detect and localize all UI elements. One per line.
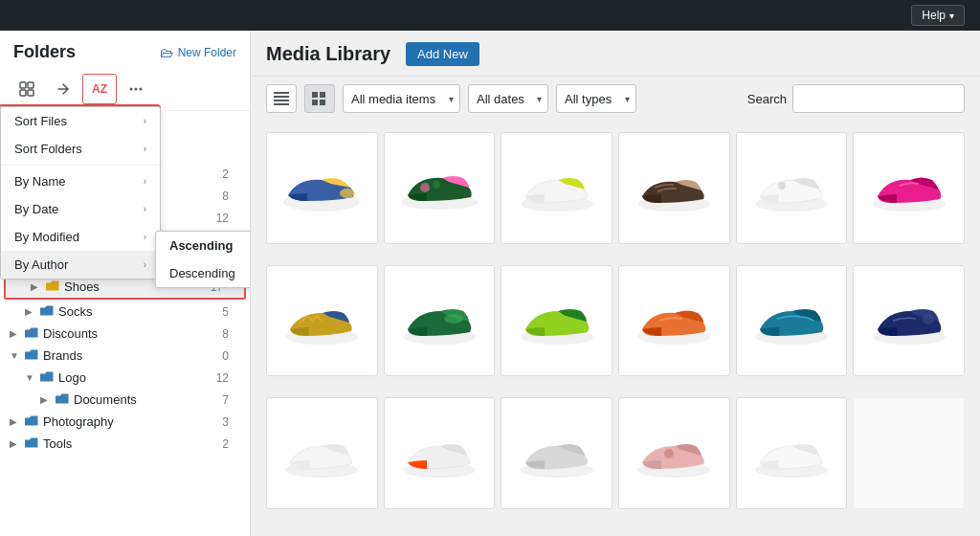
documents-count: 7 bbox=[222, 393, 236, 407]
shoe-image-14 bbox=[396, 425, 482, 482]
shoe-image-10 bbox=[631, 292, 717, 349]
type-filter-wrap: All types JPEG PNG bbox=[556, 84, 636, 113]
shoes-icon bbox=[46, 279, 59, 294]
svg-rect-12 bbox=[274, 103, 289, 105]
help-button[interactable]: Help bbox=[911, 5, 965, 26]
media-item-4[interactable] bbox=[618, 132, 730, 244]
svg-rect-9 bbox=[274, 92, 289, 94]
tools-label: Tools bbox=[43, 436, 222, 451]
discounts-expand[interactable]: ▶ bbox=[10, 328, 25, 339]
sidebar-item-socks[interactable]: ▶ Socks 5 bbox=[0, 301, 250, 323]
sidebar-toolbar: AZ Sort Files › Sort Folders › By Name bbox=[0, 70, 250, 111]
tools-expand[interactable]: ▶ bbox=[10, 438, 25, 449]
sort-descending-item[interactable]: Descending bbox=[156, 259, 251, 287]
sort-by-date-item[interactable]: By Date › bbox=[1, 195, 160, 223]
socks-expand[interactable]: ▶ bbox=[25, 306, 40, 317]
logo-label: Logo bbox=[58, 370, 216, 385]
svg-point-25 bbox=[778, 182, 786, 190]
brands-label: Brands bbox=[43, 348, 222, 363]
grid-view-button[interactable] bbox=[304, 84, 335, 113]
svg-rect-11 bbox=[274, 100, 289, 101]
search-input[interactable] bbox=[792, 84, 965, 113]
shoe-image-13 bbox=[278, 425, 365, 482]
image-grid bbox=[251, 121, 980, 536]
media-item-17[interactable] bbox=[736, 397, 848, 509]
more-button[interactable] bbox=[119, 74, 153, 104]
type-filter-select[interactable]: All types JPEG PNG bbox=[556, 84, 636, 113]
brands-expand[interactable]: ▼ bbox=[10, 350, 25, 361]
photography-label: Photography bbox=[43, 414, 222, 429]
documents-icon bbox=[56, 392, 69, 407]
shoe-image-7 bbox=[278, 292, 365, 349]
sort-by-modified-item[interactable]: By Modified › bbox=[1, 223, 160, 251]
sort-button[interactable]: AZ bbox=[82, 74, 117, 104]
list-view-button[interactable] bbox=[266, 84, 297, 113]
search-box: Search bbox=[747, 84, 965, 113]
photography-expand[interactable]: ▶ bbox=[10, 416, 25, 427]
sidebar-item-photography[interactable]: ▶ Photography 3 bbox=[0, 411, 250, 433]
media-item-6[interactable] bbox=[853, 132, 965, 244]
media-item-11[interactable] bbox=[736, 265, 848, 377]
shoe-image-15 bbox=[514, 425, 600, 482]
svg-rect-1 bbox=[28, 82, 33, 88]
svg-point-39 bbox=[664, 449, 674, 458]
logo-expand[interactable]: ▼ bbox=[25, 372, 40, 383]
photography-icon bbox=[25, 414, 38, 429]
svg-point-21 bbox=[433, 181, 440, 189]
sidebar-item-logo[interactable]: ▼ Logo 12 bbox=[0, 367, 250, 389]
sort-folders-arrow: › bbox=[144, 144, 146, 154]
shoe-image-9 bbox=[514, 292, 600, 349]
sidebar-item-brands[interactable]: ▼ Brands 0 bbox=[0, 345, 250, 367]
shoe-image-11 bbox=[748, 292, 835, 349]
svg-point-34 bbox=[923, 313, 934, 324]
sort-by-author-item[interactable]: By Author › bbox=[1, 251, 160, 279]
media-item-empty bbox=[853, 397, 965, 509]
media-item-14[interactable] bbox=[384, 397, 496, 509]
list-view-icon bbox=[274, 92, 289, 105]
socks-label: Socks bbox=[58, 304, 222, 319]
media-item-1[interactable] bbox=[266, 132, 378, 244]
sort-dropdown[interactable]: Sort Files › Sort Folders › By Name › By… bbox=[0, 106, 161, 279]
media-item-9[interactable] bbox=[501, 265, 612, 377]
media-item-7[interactable] bbox=[266, 265, 378, 377]
shoes-expand[interactable]: ▶ bbox=[31, 281, 46, 292]
socks-count: 5 bbox=[222, 305, 236, 319]
documents-expand[interactable]: ▶ bbox=[40, 394, 56, 405]
sidebar-item-discounts[interactable]: ▶ Discounts 8 bbox=[0, 323, 250, 345]
date-filter-select[interactable]: All dates 2024 2023 bbox=[468, 84, 548, 113]
export-button[interactable] bbox=[46, 74, 80, 104]
media-item-12[interactable] bbox=[853, 265, 965, 377]
sidebar-item-documents[interactable]: ▶ Documents 7 bbox=[0, 389, 250, 411]
tools-count: 2 bbox=[222, 437, 236, 451]
sort-ascending-item[interactable]: Ascending bbox=[156, 232, 251, 259]
svg-point-20 bbox=[420, 183, 430, 192]
svg-rect-14 bbox=[320, 92, 325, 98]
media-item-16[interactable] bbox=[618, 397, 730, 509]
media-item-3[interactable] bbox=[501, 132, 612, 244]
socks-icon bbox=[40, 304, 54, 319]
media-item-2[interactable] bbox=[384, 132, 496, 244]
logo-count: 12 bbox=[216, 371, 236, 385]
media-item-5[interactable] bbox=[736, 132, 848, 244]
beanie-count: 8 bbox=[222, 190, 236, 203]
media-item-15[interactable] bbox=[501, 397, 612, 509]
sub-sort-popup[interactable]: Ascending Descending bbox=[155, 231, 251, 288]
sort-folders-item[interactable]: Sort Folders › bbox=[1, 135, 160, 163]
media-filter-select[interactable]: All media items Images Videos bbox=[343, 84, 460, 113]
add-new-button[interactable]: Add New bbox=[406, 42, 479, 66]
shoe-image-2 bbox=[396, 159, 482, 216]
svg-rect-16 bbox=[320, 100, 325, 105]
sidebar-item-tools[interactable]: ▶ Tools 2 bbox=[0, 433, 250, 455]
sort-by-name-item[interactable]: By Name › bbox=[1, 168, 160, 195]
brands-count: 0 bbox=[222, 349, 236, 363]
shoe-image-8 bbox=[396, 292, 482, 349]
media-item-10[interactable] bbox=[618, 265, 730, 377]
svg-point-5 bbox=[135, 88, 138, 91]
media-item-8[interactable] bbox=[384, 265, 496, 377]
svg-rect-13 bbox=[312, 92, 318, 98]
import-button[interactable] bbox=[10, 74, 44, 104]
new-folder-button[interactable]: 🗁 New Folder bbox=[160, 45, 236, 60]
sort-files-item[interactable]: Sort Files › bbox=[1, 107, 160, 135]
discounts-count: 8 bbox=[222, 327, 236, 341]
media-item-13[interactable] bbox=[266, 397, 378, 509]
